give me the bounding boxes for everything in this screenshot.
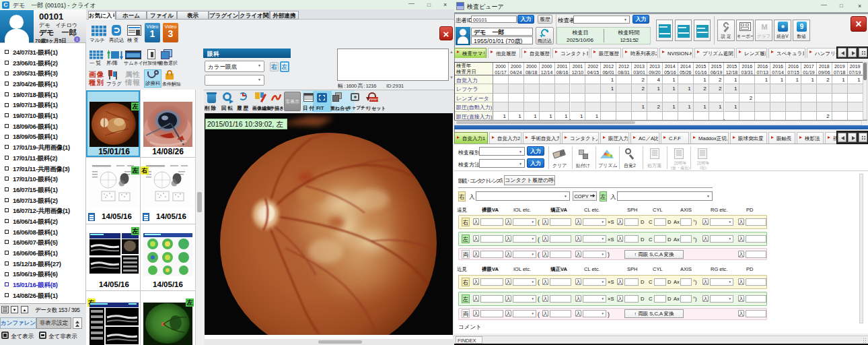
svg-text:30: 30	[173, 179, 176, 181]
svg-text:1.2: 1.2	[119, 183, 122, 185]
svg-text:30: 30	[119, 179, 122, 181]
svg-text:1.2: 1.2	[173, 183, 176, 185]
